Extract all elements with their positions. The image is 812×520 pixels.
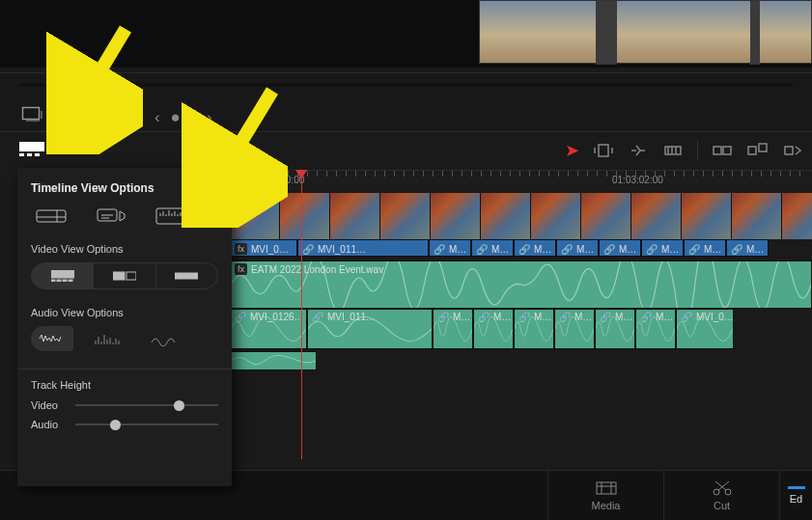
video-clip[interactable]: 🔗M… bbox=[684, 239, 726, 257]
svg-rect-14 bbox=[63, 280, 67, 282]
clip-label: M… bbox=[576, 244, 594, 255]
replace-clip-icon[interactable] bbox=[662, 142, 684, 159]
clip-label: M… bbox=[534, 312, 551, 322]
audio-waveforms-toggle-icon[interactable] bbox=[153, 205, 189, 228]
video-view-simple-option[interactable] bbox=[156, 263, 217, 288]
clip-label: M… bbox=[619, 244, 636, 255]
subtitle-tracks-toggle-icon[interactable] bbox=[93, 205, 129, 228]
video-view-filmstrip-option[interactable] bbox=[32, 263, 94, 288]
link-icon: 🔗 bbox=[603, 244, 615, 255]
svg-rect-18 bbox=[175, 273, 198, 279]
nav-cut-tab[interactable]: Cut bbox=[663, 471, 779, 520]
overwrite-clip-icon[interactable] bbox=[628, 142, 649, 159]
video-clip[interactable]: 🔗M… bbox=[641, 239, 684, 257]
video-clip[interactable]: 🔗M… bbox=[556, 239, 599, 257]
svg-rect-3 bbox=[714, 147, 721, 154]
link-icon: 🔗 bbox=[688, 244, 700, 255]
nav-media-tab[interactable]: Media bbox=[547, 471, 663, 520]
video-clip[interactable]: fxMVI_0… bbox=[230, 239, 297, 257]
selection-arrow-tool-icon[interactable]: ➤ bbox=[565, 140, 579, 161]
audio-clip[interactable]: 🔗MVI_0… bbox=[676, 309, 734, 349]
svg-rect-17 bbox=[126, 272, 136, 280]
clip-label: M… bbox=[493, 312, 511, 322]
timeline-view-options-button[interactable] bbox=[19, 142, 44, 157]
toolbar-divider bbox=[697, 140, 698, 161]
audio-track-clips-row[interactable]: 🔗MVI_0126…🔗MVI_011…🔗M…🔗M…🔗M…🔗M…🔗M…🔗M…🔗MV… bbox=[230, 309, 812, 349]
clip-label: M… bbox=[453, 312, 470, 322]
link-icon: 🔗 bbox=[312, 312, 323, 322]
insert-clip-icon[interactable] bbox=[593, 142, 614, 159]
link-icon: 🔗 bbox=[600, 312, 611, 322]
audio-clip[interactable]: 🔗M… bbox=[433, 309, 473, 349]
append-end-icon[interactable] bbox=[712, 142, 733, 159]
video-clip[interactable]: 🔗M… bbox=[514, 239, 556, 257]
svg-rect-4 bbox=[723, 147, 731, 154]
link-icon: 🔗 bbox=[518, 312, 530, 322]
link-icon: 🔗 bbox=[302, 244, 314, 255]
audio-clip[interactable]: 🔗M… bbox=[595, 309, 635, 349]
clip-label: MVI_0126… bbox=[250, 312, 304, 322]
svg-rect-12 bbox=[51, 280, 55, 282]
track-height-heading: Track Height bbox=[31, 379, 218, 391]
video-track-height-slider[interactable] bbox=[75, 398, 218, 412]
link-icon: 🔗 bbox=[434, 244, 445, 255]
svg-rect-15 bbox=[69, 280, 72, 282]
audio-track-overflow[interactable] bbox=[230, 351, 812, 370]
audio-clip[interactable]: 🔗M… bbox=[635, 309, 676, 349]
svg-rect-19 bbox=[597, 482, 616, 494]
position-ruler[interactable] bbox=[19, 83, 793, 87]
fx-badge-icon: fx bbox=[235, 263, 247, 275]
transform-crop-icon[interactable] bbox=[21, 106, 42, 122]
waveform-icon bbox=[231, 352, 316, 369]
audio-track-height-slider[interactable] bbox=[75, 418, 218, 431]
audio-view-half-waveform-option[interactable] bbox=[87, 326, 129, 351]
video-track-thumbnails[interactable] bbox=[230, 193, 812, 239]
audio-clip[interactable]: 🔗MVI_011… bbox=[307, 309, 433, 349]
link-icon: 🔗 bbox=[518, 244, 530, 255]
stacked-timelines-toggle-icon[interactable] bbox=[33, 205, 70, 228]
clip-label: M… bbox=[746, 244, 764, 255]
link-icon: 🔗 bbox=[478, 312, 490, 322]
link-icon: 🔗 bbox=[235, 312, 246, 322]
nav-cut-label: Cut bbox=[714, 500, 730, 511]
popup-title: Timeline View Options bbox=[31, 181, 218, 195]
clip-label: MVI_0… bbox=[696, 312, 734, 322]
viewer-preview-image bbox=[479, 0, 812, 64]
link-icon: 🔗 bbox=[437, 312, 449, 322]
timeline-ruler[interactable]: 1:00:00:00 01:03:02:00 bbox=[230, 170, 812, 191]
video-clip[interactable]: 🔗MVI_011… bbox=[297, 239, 429, 257]
ripple-overwrite-icon[interactable] bbox=[746, 142, 768, 159]
link-icon: 🔗 bbox=[561, 244, 573, 255]
svg-rect-6 bbox=[759, 144, 767, 151]
video-height-slider-label: Video bbox=[31, 399, 66, 411]
audio-clip[interactable] bbox=[230, 351, 317, 370]
audio-track-master[interactable]: fxEATM 2022 London Event.wav bbox=[230, 260, 812, 309]
clip-label: M… bbox=[661, 244, 679, 255]
video-track-clips-row[interactable]: fxMVI_0…🔗MVI_011…🔗M…🔗M…🔗M…🔗M…🔗M…🔗M…🔗M…🔗M… bbox=[230, 239, 812, 257]
fit-to-fill-icon[interactable] bbox=[781, 142, 802, 159]
clip-label: M… bbox=[704, 244, 721, 255]
video-clip[interactable]: 🔗M… bbox=[429, 239, 471, 257]
video-view-thumbnail-option[interactable] bbox=[94, 263, 155, 288]
clip-label: MVI_0… bbox=[251, 244, 289, 255]
svg-rect-13 bbox=[57, 280, 61, 282]
audio-view-full-waveform-option[interactable] bbox=[31, 326, 73, 351]
audio-view-options-heading: Audio View Options bbox=[31, 307, 218, 318]
video-clip[interactable]: 🔗M… bbox=[726, 239, 769, 257]
audio-clip[interactable]: 🔗M… bbox=[514, 309, 554, 349]
audio-clip[interactable]: 🔗MVI_0126… bbox=[230, 309, 307, 349]
nav-edit-tab[interactable]: Ed bbox=[779, 471, 812, 520]
timeline-view-options-popup: Timeline View Options Video View Options… bbox=[17, 168, 232, 486]
audio-clip[interactable]: 🔗M… bbox=[473, 309, 514, 349]
svg-rect-1 bbox=[599, 145, 608, 156]
nav-edit-label: Ed bbox=[790, 493, 802, 505]
page-nav-dots[interactable]: ‹ ● • › bbox=[154, 108, 215, 127]
clip-label: M… bbox=[491, 244, 509, 255]
audio-height-slider-label: Audio bbox=[31, 419, 66, 430]
audio-view-rectified-option[interactable] bbox=[143, 326, 185, 351]
audio-clip[interactable]: 🔗M… bbox=[554, 309, 595, 349]
video-clip[interactable]: 🔗M… bbox=[599, 239, 641, 257]
svg-rect-0 bbox=[23, 108, 40, 120]
video-clip[interactable]: 🔗M… bbox=[471, 239, 514, 257]
link-icon: 🔗 bbox=[559, 312, 571, 322]
